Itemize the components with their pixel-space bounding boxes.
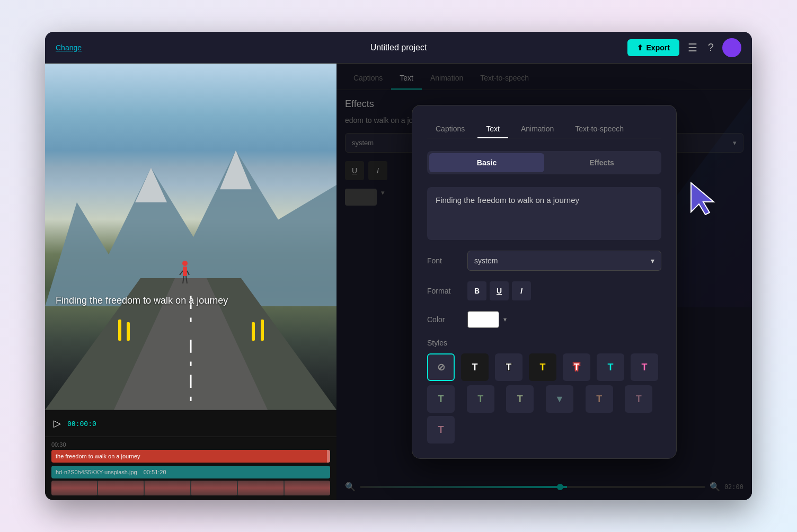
- thumb-1: [51, 481, 97, 495]
- style-none[interactable]: ⊘: [427, 353, 455, 381]
- modal-overlay: Captions Text Animation Text-to-speech B…: [336, 64, 752, 500]
- modal-tab-text[interactable]: Text: [477, 120, 508, 138]
- styles-label: Styles: [427, 339, 661, 347]
- export-label: Export: [647, 43, 670, 52]
- timeline-section: 00:30 the freedom to walk on a journey h…: [45, 437, 336, 500]
- track2-time: 00:51:20: [144, 469, 166, 475]
- style-cyan[interactable]: T: [597, 353, 624, 381]
- font-chevron-icon: ▾: [651, 256, 654, 265]
- pole-right2: [252, 322, 255, 341]
- segment-control: Basic Effects: [427, 151, 661, 174]
- style-item-14[interactable]: T: [427, 416, 455, 444]
- video-controls: ▷ 00:00:0: [45, 410, 336, 437]
- app-container: Change Untitled project ⬆ Export ☰ ?: [45, 32, 752, 500]
- video-section: Finding the freedom to walk on a journey…: [45, 64, 336, 500]
- track2-filename: hd-n2S0h4S5KXY-unsplash.jpg: [56, 469, 137, 475]
- color-row: Color ▾: [427, 311, 661, 328]
- format-row: Format B U I: [427, 281, 661, 300]
- top-bar: Change Untitled project ⬆ Export ☰ ?: [45, 32, 752, 64]
- track1-label: the freedom to walk on a journey: [56, 453, 140, 459]
- thumb-5: [238, 481, 284, 495]
- top-bar-left: Change: [56, 43, 284, 52]
- thumb-2: [98, 481, 144, 495]
- pole-left2: [127, 322, 130, 341]
- style-item-11[interactable]: ▼: [546, 385, 573, 413]
- menu-icon[interactable]: ☰: [686, 39, 699, 56]
- style-yellow[interactable]: T: [529, 353, 556, 381]
- basic-segment-btn[interactable]: Basic: [429, 153, 544, 172]
- right-panel: Captions Text Animation Text-to-speech E…: [336, 64, 752, 500]
- style-black[interactable]: T: [461, 353, 489, 381]
- style-red[interactable]: T: [563, 353, 590, 381]
- style-item-9[interactable]: T: [467, 385, 494, 413]
- style-item-13[interactable]: T: [625, 385, 652, 413]
- style-item-12[interactable]: T: [586, 385, 613, 413]
- color-chevron-icon[interactable]: ▾: [503, 316, 507, 323]
- format-label: Format: [427, 287, 459, 295]
- font-label: Font: [427, 256, 459, 265]
- upload-icon: ⬆: [637, 43, 643, 52]
- main-area: Finding the freedom to walk on a journey…: [45, 64, 752, 500]
- video-preview: Finding the freedom to walk on a journey: [45, 64, 336, 410]
- svg-point-9: [182, 261, 188, 266]
- font-row: Font system ▾: [427, 251, 661, 271]
- effects-segment-btn[interactable]: Effects: [544, 153, 659, 172]
- styles-grid: ⊘ T T T T T T: [427, 353, 661, 381]
- modal-tabs: Captions Text Animation Text-to-speech: [427, 120, 661, 138]
- font-select-dropdown[interactable]: system ▾: [467, 251, 661, 271]
- color-swatch-row: ▾: [467, 311, 507, 328]
- underline-button[interactable]: U: [490, 281, 509, 300]
- top-bar-center: Untitled project: [284, 43, 512, 52]
- video-background: [45, 64, 336, 410]
- color-label: Color: [427, 315, 459, 324]
- modal-tab-captions[interactable]: Captions: [427, 120, 473, 138]
- thumbnail-strip: [51, 481, 330, 495]
- help-icon[interactable]: ?: [706, 39, 716, 56]
- thumb-3: [145, 481, 190, 495]
- svg-marker-16: [691, 183, 714, 215]
- video-caption: Finding the freedom to walk on a journey: [56, 295, 228, 306]
- format-group: B U I: [467, 281, 531, 300]
- cursor-arrow: [688, 180, 720, 219]
- color-swatch[interactable]: [467, 311, 499, 328]
- style-item-8[interactable]: T: [427, 385, 455, 413]
- project-title: Untitled project: [370, 43, 427, 52]
- timeline-track1: the freedom to walk on a journey: [51, 450, 330, 463]
- timeline-marker: 00:30: [51, 441, 330, 448]
- bold-button[interactable]: B: [467, 281, 486, 300]
- svg-line-14: [186, 276, 187, 283]
- svg-rect-10: [183, 267, 187, 276]
- svg-line-13: [183, 276, 184, 283]
- play-button[interactable]: ▷: [54, 418, 61, 429]
- italic-button[interactable]: I: [512, 281, 531, 300]
- time-display: 00:00:0: [67, 420, 96, 428]
- thumb-6: [285, 481, 330, 495]
- modal-tab-animation[interactable]: Animation: [512, 120, 562, 138]
- svg-marker-2: [135, 167, 167, 202]
- text-modal: Captions Text Animation Text-to-speech B…: [412, 105, 677, 459]
- thumb-4: [191, 481, 237, 495]
- export-button[interactable]: ⬆ Export: [627, 39, 679, 56]
- top-bar-right: ⬆ Export ☰ ?: [513, 38, 741, 57]
- style-outline[interactable]: T: [495, 353, 523, 381]
- svg-line-11: [180, 271, 183, 275]
- change-link[interactable]: Change: [56, 43, 82, 52]
- figure: [179, 260, 191, 289]
- styles-grid-2: T T T ▼ T T T: [427, 385, 661, 444]
- modal-tab-tts[interactable]: Text-to-speech: [566, 120, 632, 138]
- pole-left: [118, 320, 121, 341]
- text-input-area[interactable]: Finding the freedom to walk on a journey: [427, 187, 661, 240]
- font-value: system: [474, 256, 498, 265]
- style-pink[interactable]: T: [631, 353, 658, 381]
- style-item-10[interactable]: T: [506, 385, 534, 413]
- avatar[interactable]: [722, 38, 741, 57]
- pole-right: [261, 320, 264, 341]
- svg-line-12: [187, 271, 189, 275]
- timeline-track2: hd-n2S0h4S5KXY-unsplash.jpg 00:51:20: [51, 466, 330, 478]
- text-content: Finding the freedom to walk on a journey: [436, 196, 579, 205]
